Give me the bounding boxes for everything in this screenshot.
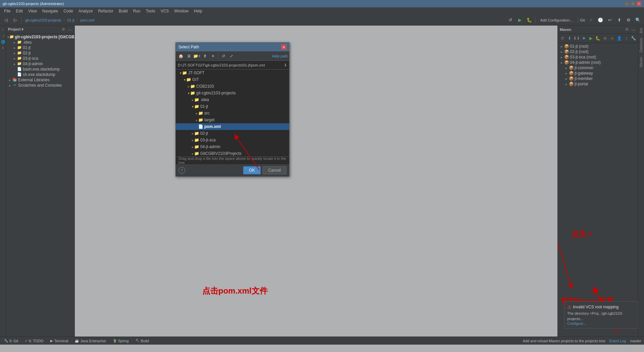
tab-spring[interactable]: 🍃 Spring xyxy=(111,339,130,343)
breadcrumb-project[interactable]: git-cgbiv2103-projects xyxy=(25,18,61,22)
dialog-tree-pomxml[interactable]: ▸ 📄 pom.xml xyxy=(176,123,289,130)
dialog-tree-02jt[interactable]: ▸ 📁 02-jt xyxy=(176,130,289,137)
maven-tree-03jtsca[interactable]: ▸ 📦 03-jt-sca (root) xyxy=(558,54,638,60)
sidebar-database-label[interactable]: Database xyxy=(639,37,643,54)
tab-java-enterprise[interactable]: ☕ Java Enterprise xyxy=(73,339,107,343)
dialog-tree-01jt[interactable]: ▾ 📁 01-jt xyxy=(176,103,289,110)
maven-profiles-icon[interactable]: 👤 xyxy=(616,35,623,42)
breadcrumb-module[interactable]: 01-jt xyxy=(67,18,74,22)
maven-sync-icon[interactable]: ↺ xyxy=(559,35,566,42)
maven-run-icon[interactable]: ▶ xyxy=(588,35,594,42)
maven-tree-02jt[interactable]: ▸ 📦 02-jt (root) xyxy=(558,49,638,54)
tree-02jt[interactable]: ▸ 📁 02-jt xyxy=(6,50,74,56)
tree-idea[interactable]: ▸ 📁 .idea xyxy=(6,40,74,45)
git-undo-icon[interactable]: ↩ xyxy=(606,16,614,24)
maven-hide-icon[interactable]: — xyxy=(631,27,636,32)
maven-add-icon[interactable]: + xyxy=(581,35,587,42)
menu-help[interactable]: Help xyxy=(191,8,205,14)
git-check-icon[interactable]: ✓ xyxy=(587,16,595,24)
menu-refactor[interactable]: Refactor xyxy=(96,8,116,14)
maven-tree-jtcommon[interactable]: ▸ 📦 jt-common xyxy=(558,65,638,71)
dialog-tree-git[interactable]: ▾ 📁 GIT xyxy=(176,76,289,83)
tab-terminal[interactable]: ▶ Terminal xyxy=(49,339,70,343)
close-button[interactable]: ✕ xyxy=(637,1,641,6)
commit-icon[interactable]: ⎇ xyxy=(0,33,6,38)
tab-todo[interactable]: ✓ 6: TODO xyxy=(23,339,45,343)
dialog-path-download-icon[interactable]: ⬇ xyxy=(284,63,287,68)
breadcrumb-file[interactable]: pom.xml xyxy=(80,18,95,22)
dialog-tree-gitcgbproj[interactable]: ▸ 📁 GitCGBIV2103Projects xyxy=(176,150,289,157)
dialog-tree-src[interactable]: ▸ 📁 src xyxy=(176,110,289,117)
tree-scratches[interactable]: ▸ ✏ Scratches and Consoles xyxy=(6,83,74,88)
run-button[interactable]: ▶ xyxy=(516,16,524,24)
menu-vcs[interactable]: VCS xyxy=(158,8,172,14)
dialog-tree-jtsoft[interactable]: ▾ 📁 JT-SOFT xyxy=(176,70,289,76)
menu-build[interactable]: Build xyxy=(116,8,130,14)
notification-configure-link[interactable]: Configure... xyxy=(567,321,635,325)
maven-tree-01jt[interactable]: ▸ 📦 01-jt (root) xyxy=(558,44,638,49)
menu-edit[interactable]: Edit xyxy=(13,8,25,14)
menu-tools[interactable]: Tools xyxy=(143,8,158,14)
back-button[interactable]: ◁ xyxy=(2,16,10,24)
git-push-icon[interactable]: ⬆ xyxy=(615,16,623,24)
maximize-button[interactable]: □ xyxy=(631,1,635,6)
tab-git[interactable]: 🔧 9: Git xyxy=(3,339,19,343)
dialog-close-button[interactable]: ✕ xyxy=(281,44,286,50)
dialog-tree-target[interactable]: ▸ 📁 target xyxy=(176,117,289,123)
dialog-desktop-icon[interactable]: 🖥 xyxy=(185,52,193,60)
dialog-tree-cgb2103[interactable]: ▸ 📁 CGB2103 xyxy=(176,83,289,90)
menu-run[interactable]: Run xyxy=(130,8,143,14)
menu-view[interactable]: View xyxy=(25,8,40,14)
tree-bash[interactable]: ▸ 📄 bash.exe.stackdump xyxy=(6,67,74,72)
menu-navigate[interactable]: Navigate xyxy=(40,8,61,14)
dialog-help-button[interactable]: ? xyxy=(178,167,185,174)
dialog-newfolder-icon[interactable]: 📁+ xyxy=(193,52,201,60)
web-icon[interactable]: 🌐 xyxy=(0,39,6,44)
dialog-tree-idea[interactable]: ▸ 📁 .idea xyxy=(176,96,289,103)
search-everywhere-icon[interactable]: 🔍 xyxy=(634,16,642,24)
maven-debug-icon[interactable]: 🐛 xyxy=(595,35,601,42)
panel-gear-icon[interactable]: ⚙ xyxy=(61,27,66,32)
minimize-button[interactable]: ─ xyxy=(625,1,629,6)
structure-icon[interactable]: ≡ xyxy=(0,27,6,32)
tree-03jtsca[interactable]: ▸ 📁 03-jt-sca xyxy=(6,56,74,61)
maven-settings-icon[interactable]: ⚙ xyxy=(624,27,630,32)
tree-root[interactable]: ▾ 📁 git-cgbiv2103-projects [GitCGB xyxy=(6,34,74,40)
tree-04jtadmin[interactable]: ▸ 📁 04-jt-admin xyxy=(6,61,74,67)
dialog-cancel-button[interactable]: Cancel xyxy=(263,166,286,174)
hide-path-button[interactable]: Hide path xyxy=(272,54,288,58)
panel-hide-icon[interactable]: — xyxy=(67,27,72,32)
dialog-expand-icon[interactable]: ⤢ xyxy=(228,52,235,60)
git-settings-icon[interactable]: ⚙ xyxy=(625,16,633,24)
forward-button[interactable]: ▷ xyxy=(11,16,19,24)
maven-reimport-icon[interactable]: ⬇ xyxy=(566,35,573,42)
maven-skip-icon[interactable]: ⊘ xyxy=(602,35,608,42)
debug-button[interactable]: 🐛 xyxy=(525,16,533,24)
dialog-home-icon[interactable]: 🏠 xyxy=(177,52,184,60)
maven-tree-jtmember[interactable]: ▸ 📦 jt-member xyxy=(558,76,638,81)
menu-window[interactable]: Window xyxy=(171,8,191,14)
tree-01jt[interactable]: ▸ 📁 01-jt xyxy=(6,45,74,50)
dialog-delete-icon[interactable]: ✕ xyxy=(209,52,217,60)
menu-code[interactable]: Code xyxy=(61,8,76,14)
maven-download-icon[interactable]: ⬇⬇ xyxy=(573,35,580,42)
maven-tree-jtgateway[interactable]: ▸ 📦 jt-gateway xyxy=(558,71,638,76)
maven-wrench-icon[interactable]: 🔧 xyxy=(630,35,637,42)
sync-icon[interactable]: ↺ xyxy=(506,16,515,24)
menu-analyze[interactable]: Analyze xyxy=(76,8,96,14)
menu-file[interactable]: File xyxy=(1,8,13,14)
maven-lifecycles-icon[interactable]: ≡ xyxy=(609,35,615,42)
maven-toggle-icon[interactable]: ↕ xyxy=(623,35,630,42)
dialog-ok-button[interactable]: OK xyxy=(243,166,260,174)
dialog-up-icon[interactable]: ⬆ xyxy=(201,52,209,60)
dialog-refresh-icon[interactable]: ↺ xyxy=(220,52,227,60)
dialog-tree-gitproj[interactable]: ▾ 📁 git-cgbiv2103-projects xyxy=(176,90,289,96)
event-log-link[interactable]: Event Log xyxy=(609,339,626,343)
sidebar-ant-label[interactable]: Ant xyxy=(639,27,643,35)
dialog-tree-04jtadmin[interactable]: ▸ 📁 04-jt-admin xyxy=(176,143,289,150)
maven-tree-jtportal[interactable]: ▸ 📦 jt-portal xyxy=(558,81,638,87)
tree-extlib[interactable]: ▸ 📚 External Libraries xyxy=(6,77,74,83)
maven-tree-04jtadmin[interactable]: ▸ 📦 04-jt-admin (root) xyxy=(558,60,638,65)
tree-sh[interactable]: ▸ 📄 sh.exe.stackdump xyxy=(6,72,74,77)
dialog-tree-03jtsca[interactable]: ▸ 📁 03-jt-sca xyxy=(176,137,289,143)
